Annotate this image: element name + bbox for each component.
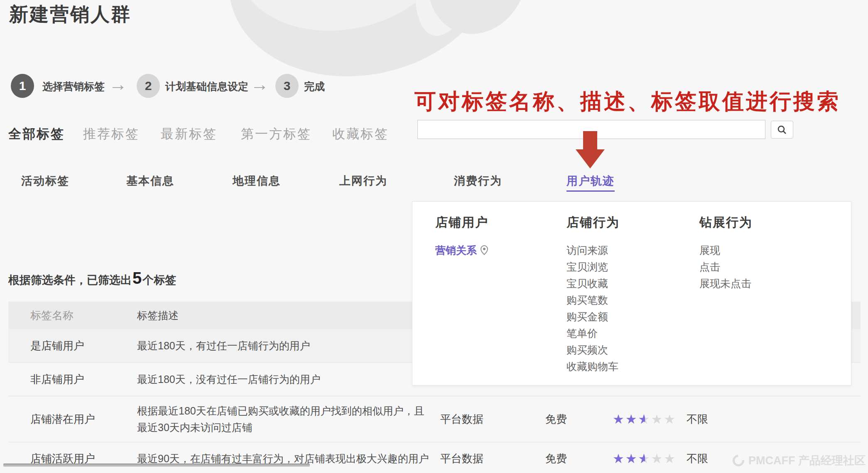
panel-item-favorite-cart[interactable]: 收藏购物车 xyxy=(566,358,620,375)
watermark: PMCAFF 产品经理社区 xyxy=(733,453,866,468)
panel-column-zhanzhan-behavior: 钻展行为 展现 点击 展现未点击 xyxy=(699,214,753,292)
tab-newest[interactable]: 最新标签 xyxy=(161,125,217,143)
tag-desc: 最近180天，有过任一店铺行为的用户 xyxy=(137,339,310,353)
star-icon: ★ xyxy=(613,451,625,466)
annotation-arrow-icon xyxy=(576,149,605,168)
category-geo-info[interactable]: 地理信息 xyxy=(233,173,281,188)
panel-item-visit-source[interactable]: 访问来源 xyxy=(566,242,620,258)
step-3-label: 完成 xyxy=(304,80,325,93)
step-3-circle: 3 xyxy=(275,74,299,98)
category-user-track[interactable]: 用户轨迹 xyxy=(566,173,615,192)
table-row[interactable]: 店铺潜在用户 根据最近180天在店铺已购买或收藏的用户找到的相似用户，且最近30… xyxy=(8,396,861,442)
panel-column-title: 店铺用户 xyxy=(435,214,488,231)
panel-column-shop-users: 店铺用户 营销关系 xyxy=(435,214,488,258)
page-title: 新建营销人群 xyxy=(9,2,131,27)
step-arrow-icon: → xyxy=(109,74,127,95)
annotation-arrow-icon xyxy=(583,131,597,150)
panel-item-marketing-relation[interactable]: 营销关系 xyxy=(435,242,488,258)
star-icon: ★ xyxy=(651,451,664,466)
category-web-behavior[interactable]: 上网行为 xyxy=(339,173,387,188)
panel-item-purchase-frequency[interactable]: 购买频次 xyxy=(566,341,620,358)
watermark-text: PMCAFF 产品经理社区 xyxy=(748,453,866,468)
location-pin-icon xyxy=(480,245,488,256)
category-activity[interactable]: 活动标签 xyxy=(21,173,69,188)
search-button[interactable] xyxy=(771,121,793,139)
star-icon: ★ xyxy=(613,412,625,427)
tag-source: 平台数据 xyxy=(440,451,483,466)
panel-item-label: 营销关系 xyxy=(435,242,477,258)
panel-item-purchase-count[interactable]: 购买笔数 xyxy=(566,292,620,308)
star-icon: ★ xyxy=(625,451,638,466)
step-1-label: 选择营销标签 xyxy=(42,80,105,93)
panel-item-impression-no-click[interactable]: 展现未点击 xyxy=(699,275,753,292)
tab-favorites[interactable]: 收藏标签 xyxy=(332,125,389,143)
panel-item-impression[interactable]: 展现 xyxy=(699,242,753,258)
tag-name: 是店铺用户 xyxy=(30,339,84,353)
tag-limit: 不限 xyxy=(687,412,708,427)
rating-stars: ★★★★★★ xyxy=(613,412,677,427)
filter-summary-suffix: 个标签 xyxy=(142,274,176,286)
tab-all-tags[interactable]: 全部标签 xyxy=(8,125,65,143)
panel-item-purchase-amount[interactable]: 购买金额 xyxy=(566,308,620,325)
step-2-circle: 2 xyxy=(137,74,160,98)
tag-limit: 不限 xyxy=(687,451,708,466)
column-header-tag-desc: 标签描述 xyxy=(137,309,179,322)
category-consume-behavior[interactable]: 消费行为 xyxy=(454,173,502,188)
star-icon: ★ xyxy=(651,412,664,427)
tag-price: 免费 xyxy=(545,412,567,427)
magnifier-icon xyxy=(777,124,787,135)
tag-desc: 最近180天，没有过任一店铺行为的用户 xyxy=(137,373,321,386)
annotation-text: 可对标签名称、描述、标签取值进行搜索 xyxy=(414,87,841,116)
tag-price: 免费 xyxy=(545,451,567,466)
panel-item-item-favorite[interactable]: 宝贝收藏 xyxy=(566,275,620,292)
filter-summary: 根据筛选条件，已筛选出5个标签 xyxy=(8,269,176,288)
category-basic-info[interactable]: 基本信息 xyxy=(126,173,174,188)
user-track-dropdown-panel: 店铺用户 营销关系 店铺行为 访问来源 宝贝浏览 宝贝收藏 购买笔数 购买金额 … xyxy=(412,201,851,385)
tag-name: 非店铺用户 xyxy=(30,372,84,387)
tag-source: 平台数据 xyxy=(440,412,483,427)
step-2-label: 计划基础信息设定 xyxy=(165,80,248,93)
tab-first-party[interactable]: 第一方标签 xyxy=(241,125,311,143)
horizontal-scrollbar[interactable] xyxy=(3,463,310,467)
star-icon: ★ xyxy=(625,412,638,427)
panel-item-item-browse[interactable]: 宝贝浏览 xyxy=(566,258,620,275)
half-star-icon: ★★ xyxy=(638,451,651,466)
step-1-circle: 1 xyxy=(11,74,34,98)
tab-recommended[interactable]: 推荐标签 xyxy=(83,125,140,143)
panel-item-click[interactable]: 点击 xyxy=(699,258,753,275)
panel-column-shop-behavior: 店铺行为 访问来源 宝贝浏览 宝贝收藏 购买笔数 购买金额 笔单价 购买频次 收… xyxy=(566,214,620,375)
filter-count: 5 xyxy=(132,269,142,287)
screen: 新建营销人群 1 选择营销标签 → 2 计划基础信息设定 → 3 完成 可对标签… xyxy=(0,0,868,473)
panel-column-title: 店铺行为 xyxy=(566,214,620,231)
tag-name: 店铺潜在用户 xyxy=(30,412,95,427)
half-star-icon: ★★ xyxy=(638,412,651,427)
star-icon: ★ xyxy=(664,451,677,466)
step-arrow-icon: → xyxy=(250,74,269,95)
rating-stars: ★★★★★★ xyxy=(613,451,677,466)
star-icon: ★ xyxy=(664,412,677,427)
pmcaff-logo-icon xyxy=(730,452,746,468)
panel-column-title: 钻展行为 xyxy=(699,214,753,231)
tag-desc: 根据最近180天在店铺已购买或收藏的用户找到的相似用户，且最近30天内未访问过店… xyxy=(137,402,430,436)
column-header-tag-name: 标签名称 xyxy=(30,308,74,323)
panel-item-per-order-price[interactable]: 笔单价 xyxy=(566,325,620,341)
filter-summary-prefix: 根据筛选条件，已筛选出 xyxy=(8,274,132,286)
